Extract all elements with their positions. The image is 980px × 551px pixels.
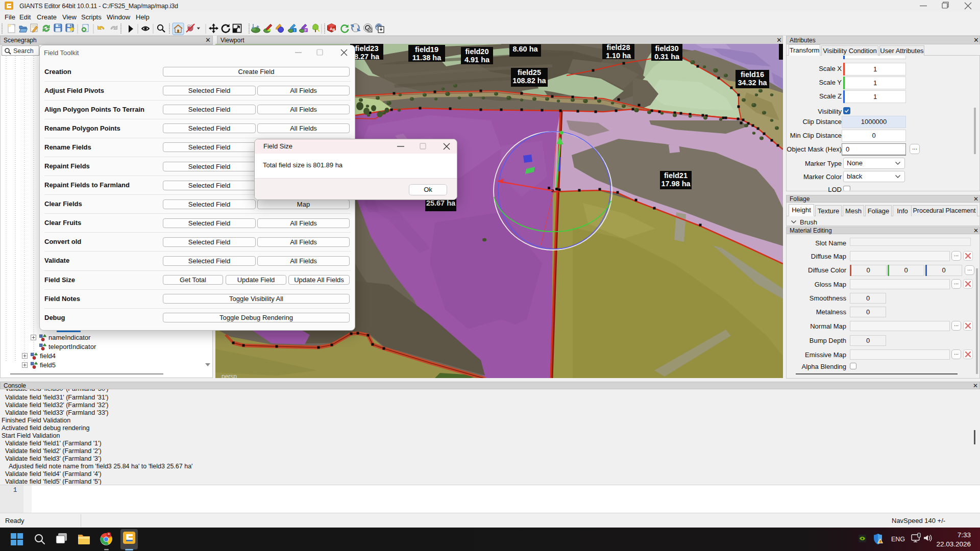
svg-text:F: F — [305, 29, 307, 32]
svg-text:22.03.2026: 22.03.2026 — [936, 540, 971, 548]
svg-text:B: B — [333, 28, 336, 32]
svg-text:7:33: 7:33 — [958, 531, 971, 539]
svg-text:ENG: ENG — [891, 536, 905, 543]
